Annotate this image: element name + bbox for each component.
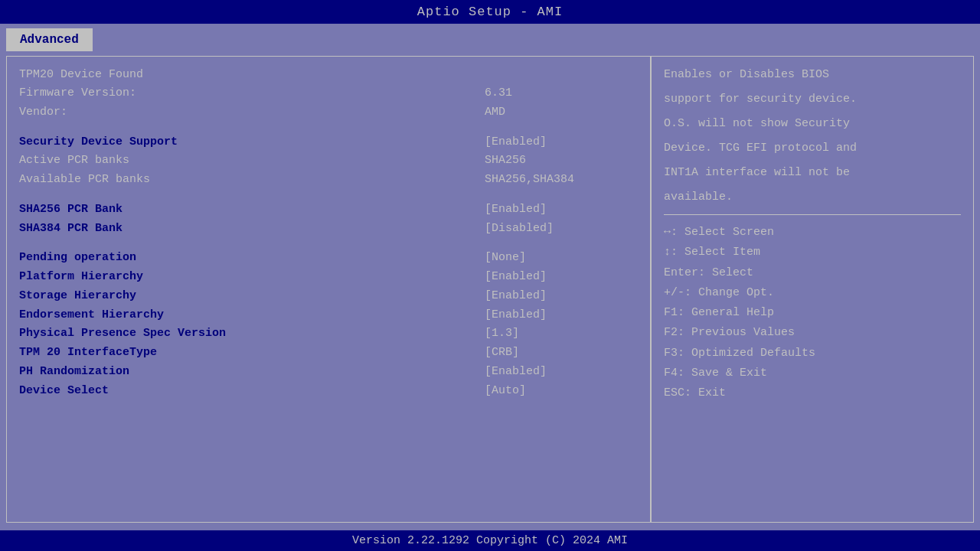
key1: ↔: Select Screen [664, 223, 961, 243]
sha256-value: [Enabled] [485, 201, 638, 220]
sha384-row[interactable]: SHA384 PCR Bank [Disabled] [19, 220, 638, 239]
interface-value: [CRB] [485, 344, 638, 363]
physical-row[interactable]: Physical Presence Spec Version [1.3] [19, 324, 638, 344]
key3: Enter: Select [664, 263, 961, 283]
device-select-row[interactable]: Device Select [Auto] [19, 382, 638, 401]
title-text: Aptio Setup - AMI [417, 5, 563, 19]
pending-label: Pending operation [19, 249, 136, 268]
sha256-label: SHA256 PCR Bank [19, 201, 122, 220]
security-value: [Enabled] [485, 133, 638, 152]
active-pcr-label: Active PCR banks [19, 152, 129, 171]
pending-value: [None] [485, 249, 638, 268]
help-line2: support for security device. [664, 90, 961, 109]
available-pcr-row: Available PCR banks SHA256,SHA384 [19, 171, 638, 190]
ph-value: [Enabled] [485, 363, 638, 382]
key7: F3: Optimized Defaults [664, 344, 961, 364]
help-line3: O.S. will not show Security [664, 115, 961, 133]
vendor-row: Vendor: AMD [19, 103, 638, 122]
endorsement-label: Endorsement Hierarchy [19, 306, 164, 325]
firmware-label: Firmware Version: [19, 84, 136, 103]
device-select-value: [Auto] [485, 382, 638, 401]
help-line6: available. [664, 188, 961, 207]
sha384-value: [Disabled] [485, 220, 638, 239]
endorsement-row[interactable]: Endorsement Hierarchy [Enabled] [19, 306, 638, 325]
key5: F1: General Help [664, 303, 961, 323]
footer-text: Version 2.22.1292 Copyright (C) 2024 AMI [352, 534, 628, 547]
storage-value: [Enabled] [485, 287, 638, 306]
interface-label: TPM 20 InterfaceType [19, 344, 157, 363]
security-label: Security Device Support [19, 133, 178, 152]
endorsement-value: [Enabled] [485, 306, 638, 325]
physical-label: Physical Presence Spec Version [19, 324, 226, 344]
security-row[interactable]: Security Device Support [Enabled] [19, 133, 638, 152]
available-pcr-value: SHA256,SHA384 [485, 171, 638, 190]
advanced-tab[interactable]: Advanced [6, 28, 93, 51]
help-line4: Device. TCG EFI protocol and [664, 139, 961, 158]
pending-row[interactable]: Pending operation [None] [19, 249, 638, 268]
physical-value: [1.3] [485, 324, 638, 344]
key2: ↕: Select Item [664, 243, 961, 262]
tab-bar: Advanced [0, 24, 980, 51]
help-line5: INT1A interface will not be [664, 164, 961, 182]
footer: Version 2.22.1292 Copyright (C) 2024 AMI [0, 530, 980, 551]
active-pcr-row: Active PCR banks SHA256 [19, 152, 638, 171]
main-content: TPM20 Device Found Firmware Version: 6.3… [6, 56, 974, 523]
storage-row[interactable]: Storage Hierarchy [Enabled] [19, 287, 638, 306]
vendor-label: Vendor: [19, 103, 67, 122]
help-divider [664, 214, 961, 215]
platform-value: [Enabled] [485, 268, 638, 287]
key8: F4: Save & Exit [664, 364, 961, 383]
active-pcr-value: SHA256 [485, 152, 638, 171]
sha256-row[interactable]: SHA256 PCR Bank [Enabled] [19, 201, 638, 220]
vendor-value: AMD [485, 103, 638, 122]
help-line1: Enables or Disables BIOS [664, 66, 961, 84]
storage-label: Storage Hierarchy [19, 287, 136, 306]
key6: F2: Previous Values [664, 323, 961, 343]
sha384-label: SHA384 PCR Bank [19, 220, 122, 239]
ph-row[interactable]: PH Randomization [Enabled] [19, 363, 638, 382]
left-panel: TPM20 Device Found Firmware Version: 6.3… [7, 57, 652, 522]
device-found: TPM20 Device Found [19, 66, 638, 84]
firmware-value: 6.31 [485, 84, 638, 103]
key4: +/-: Change Opt. [664, 283, 961, 303]
firmware-row: Firmware Version: 6.31 [19, 84, 638, 103]
platform-row[interactable]: Platform Hierarchy [Enabled] [19, 268, 638, 287]
key9: ESC: Exit [664, 383, 961, 403]
interface-row[interactable]: TPM 20 InterfaceType [CRB] [19, 344, 638, 363]
ph-label: PH Randomization [19, 363, 129, 382]
device-select-label: Device Select [19, 382, 109, 401]
right-panel: Enables or Disables BIOS support for sec… [652, 57, 973, 522]
available-pcr-label: Available PCR banks [19, 171, 150, 190]
title-bar: Aptio Setup - AMI [0, 0, 980, 24]
platform-label: Platform Hierarchy [19, 268, 143, 287]
